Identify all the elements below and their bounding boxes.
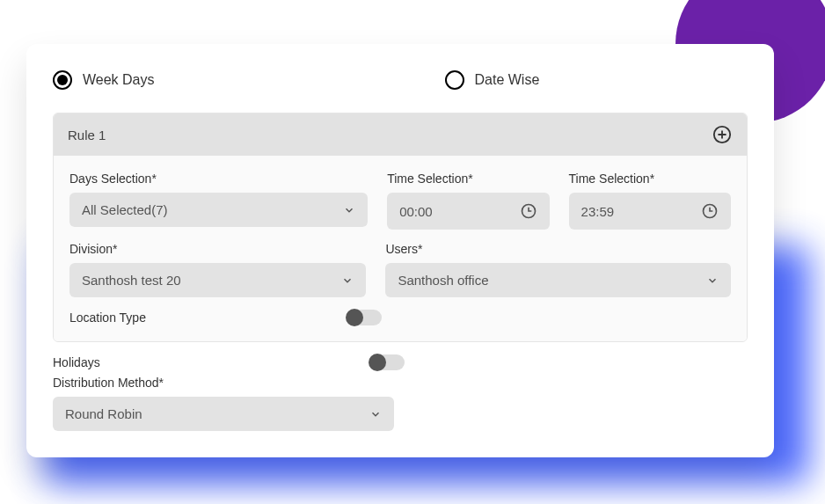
time-end-label: Time Selection* — [569, 172, 731, 186]
users-select[interactable]: Santhosh office — [385, 263, 731, 297]
time-end-value: 23:59 — [581, 204, 615, 219]
rule-header: Rule 1 — [54, 113, 747, 156]
plus-circle-icon — [712, 125, 732, 144]
division-label: Division* — [69, 242, 366, 256]
holidays-label: Holidays — [53, 355, 100, 369]
chevron-down-icon — [343, 204, 355, 216]
users-value: Santhosh office — [398, 273, 488, 288]
rule-box: Rule 1 Days Selection* All Selected(7) — [53, 113, 748, 342]
days-selection-select[interactable]: All Selected(7) — [69, 193, 368, 227]
radio-unselected-icon — [445, 70, 464, 90]
location-type-toggle[interactable] — [347, 310, 382, 325]
holidays-row: Holidays — [53, 354, 405, 370]
time-start-value: 00:00 — [399, 204, 433, 219]
clock-icon — [701, 202, 719, 220]
division-field: Division* Santhosh test 20 — [69, 242, 366, 297]
mode-radio-group: Week Days Date Wise — [53, 70, 748, 90]
time-start-field: Time Selection* 00:00 — [387, 172, 549, 230]
toggle-knob — [346, 309, 363, 326]
days-selection-value: All Selected(7) — [82, 202, 168, 217]
radio-datewise[interactable]: Date Wise — [445, 70, 540, 90]
rule-title: Rule 1 — [68, 128, 106, 142]
distribution-method-field: Distribution Method* Round Robin — [53, 376, 394, 431]
chevron-down-icon — [341, 274, 354, 287]
time-end-input[interactable]: 23:59 — [569, 193, 731, 230]
time-end-field: Time Selection* 23:59 — [569, 172, 731, 230]
distribution-method-select[interactable]: Round Robin — [53, 397, 394, 431]
radio-selected-icon — [53, 70, 72, 90]
add-rule-button[interactable] — [712, 124, 733, 145]
division-select[interactable]: Santhosh test 20 — [69, 263, 366, 297]
settings-card: Week Days Date Wise Rule 1 Days Selectio… — [26, 44, 774, 457]
users-label: Users* — [385, 242, 731, 256]
radio-weekdays-label: Week Days — [83, 72, 155, 88]
distribution-method-value: Round Robin — [65, 406, 142, 421]
location-type-row: Location Type — [69, 310, 382, 325]
time-start-label: Time Selection* — [387, 172, 549, 186]
clock-icon — [520, 202, 537, 220]
location-type-label: Location Type — [69, 310, 146, 325]
toggle-knob — [369, 354, 386, 371]
radio-weekdays[interactable]: Week Days — [53, 70, 155, 90]
chevron-down-icon — [369, 408, 382, 420]
time-start-input[interactable]: 00:00 — [387, 193, 549, 230]
days-selection-field: Days Selection* All Selected(7) — [69, 172, 368, 230]
users-field: Users* Santhosh office — [385, 242, 731, 297]
radio-datewise-label: Date Wise — [475, 72, 540, 88]
division-value: Santhosh test 20 — [82, 273, 181, 288]
chevron-down-icon — [706, 274, 719, 287]
rule-body: Days Selection* All Selected(7) Time Sel… — [54, 156, 747, 341]
distribution-method-label: Distribution Method* — [53, 376, 394, 390]
days-selection-label: Days Selection* — [69, 172, 368, 186]
holidays-toggle[interactable] — [369, 354, 405, 370]
